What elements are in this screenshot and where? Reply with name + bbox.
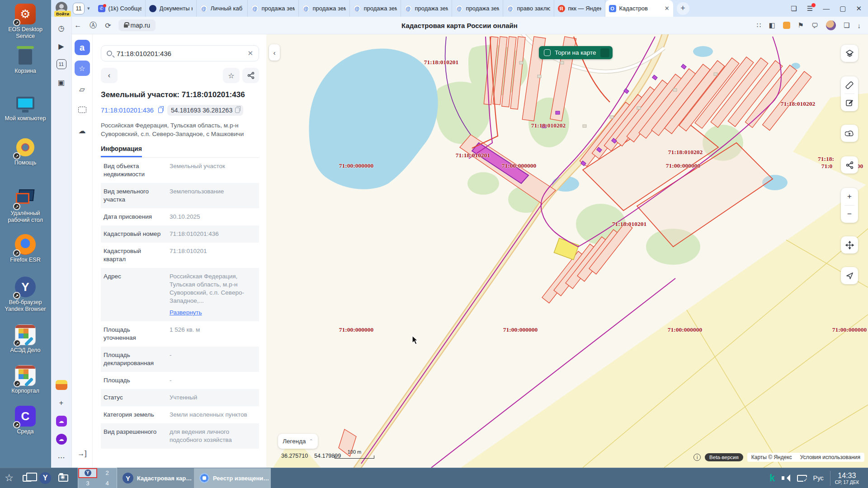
share-button[interactable] [242,68,259,83]
zoom-out-button[interactable]: − [841,206,858,223]
displays-icon[interactable] [797,475,807,482]
tab-personal-cabinet[interactable]: @Личный каб [197,0,248,17]
desktop-icon-firefox[interactable]: ↗ Firefox ESR [0,234,51,263]
workspace-1[interactable]: Y [78,468,97,478]
taskbar-start-icon[interactable]: ☆ [0,468,18,488]
desktop-icon-korportal[interactable]: ↗ Корпортал [0,365,51,394]
desktop-icon-rdp[interactable]: ↗ Удалённый рабочий стол [0,188,51,224]
select-area-icon[interactable] [75,102,90,117]
taskbar-folder-icon[interactable] [54,468,72,488]
torgi-toggle-button[interactable]: Торги на карте [539,46,613,59]
tab-right-conclude[interactable]: @право заклю [503,0,554,17]
mail-icon[interactable] [55,378,68,392]
collections-icon[interactable]: ❏ [844,21,849,29]
language-indicator[interactable]: Рус [813,474,824,482]
info-icon[interactable]: i [693,454,701,461]
taskbar-yandex-icon[interactable]: Y [36,468,54,488]
maximize-button[interactable]: ▢ [840,5,846,13]
tab-counter[interactable]: 11 ▾ [73,3,92,14]
video-icon[interactable]: ▶ [55,39,68,53]
measure-icon[interactable]: ▱ [75,81,90,97]
highlighted-parcel[interactable] [554,238,579,260]
tabs-tile[interactable]: 11 [55,57,68,71]
desktop-icon-eos[interactable]: ⚙↗ EOS Desktop Service [0,4,51,40]
clear-search-icon[interactable]: ✕ [247,49,253,57]
desktop-icon-sreda[interactable]: С↗ Среда [0,406,51,435]
desktop-icon-my-computer[interactable]: Мой компьютер [0,93,51,122]
terms-link[interactable]: Условия использования [800,454,860,460]
add-icon[interactable]: + [55,396,68,410]
search-box[interactable]: ✕ [101,45,259,61]
map-canvas[interactable]: 71:18:010201 71:18:010202 71:18:010201 7… [266,34,868,468]
browser-menu-icon[interactable]: ☰ [807,5,813,13]
tab-land-sale-5[interactable]: @продажа зем [452,0,503,17]
address-chip[interactable]: map.ru [118,19,156,31]
map-share-button[interactable] [841,156,858,174]
services-grid-icon[interactable]: ∷ [757,21,761,29]
tab-cadastral-map[interactable]: OКадастров✕ [605,0,673,17]
kaspersky-icon[interactable]: k [769,472,775,484]
mapru-logo[interactable]: a [75,40,90,55]
close-window-button[interactable]: ✕ [856,5,862,13]
task-window-registry[interactable]: Реестр извещени… [194,468,271,488]
chat-icon[interactable]: 🗩 [811,22,818,29]
split-view-icon[interactable]: ◧ [769,21,775,29]
locate-button[interactable] [841,267,858,284]
collapse-panel-button[interactable]: ‹ [269,44,280,61]
desktop-icon-help[interactable]: ↗ Помощь [0,137,51,166]
cloud-app-icon[interactable]: ☁ [55,432,68,446]
workspace-4[interactable]: 4 [98,479,117,488]
workspace-3[interactable]: 3 [78,479,97,488]
workspace-2[interactable]: 2 [98,468,117,478]
new-tab-button[interactable]: + [677,2,689,15]
desktop-icon-delo[interactable]: ↗ АСЭД Дело [0,324,51,354]
tab-land-sale-3[interactable]: @продажа зем [350,0,401,17]
collapse-rail-icon[interactable]: →] [75,446,90,461]
disk-icon[interactable]: ☁ [55,414,68,428]
download-icon[interactable]: ↓ [858,22,861,29]
tab-land-sale-2[interactable]: @продажа зем [299,0,350,17]
minimize-button[interactable]: — [823,5,830,12]
desktop-icon-yandex-browser[interactable]: Y↗ Веб-браузер Yandex Browser [0,277,51,313]
profile-button[interactable]: Войти [56,2,69,15]
tab-messages[interactable]: ✆(1k) Сообще [94,0,146,17]
user-avatar[interactable] [826,20,836,30]
pan-button[interactable] [841,236,858,253]
tab-pkk-yandex[interactable]: Япкк — Яндек [554,0,605,17]
desktop-icon-trash[interactable]: Корзина [0,45,51,75]
bookmark-flag-icon[interactable]: ⚑ [798,21,804,29]
expand-link[interactable]: Развернуть [170,309,202,317]
taskbar-windows-icon[interactable] [18,468,36,488]
ruler-button[interactable] [841,76,858,94]
favorites-icon[interactable]: ☆ [75,61,90,76]
tab-information[interactable]: Информация [101,145,142,157]
copy-icon[interactable] [158,108,163,113]
zoom-in-button[interactable]: + [841,188,858,205]
history-icon[interactable]: ◷ [55,21,68,35]
copy-icon[interactable] [235,108,240,113]
tab-panels-icon[interactable]: ❏ [791,5,797,13]
tab-documents[interactable]: Документы н [146,0,197,17]
coords-chip[interactable]: 54.181693 36.281263 [167,105,243,116]
checkbox-icon[interactable] [544,49,551,56]
close-tab-icon[interactable]: ✕ [663,5,670,12]
screenshot-icon[interactable]: ▣ [55,75,68,89]
upload-button[interactable] [841,125,858,142]
tab-land-sale-1[interactable]: @продажа зем [248,0,299,17]
search-input[interactable] [117,50,243,57]
task-window-cadastral-map[interactable]: Y Кадастровая кар… [117,468,194,488]
volume-icon[interactable] [782,474,791,482]
reload-icon[interactable]: ⟳ [105,21,111,30]
more-icon[interactable]: ⋯ [55,450,68,464]
cadastral-number-link[interactable]: 71:18:010201:436 [101,107,154,114]
legend-button[interactable]: Легенда ⌃ [278,434,318,449]
yandex-home-icon[interactable]: Ⓐ [90,21,97,30]
edit-button[interactable] [841,94,858,111]
gift-icon[interactable] [783,22,790,29]
layers-button[interactable] [841,45,858,62]
back-button[interactable]: ‹ [101,68,118,83]
cloud-icon[interactable]: ☁ [75,123,90,138]
clock[interactable]: 14:33 СР, 17 ДЕК [830,471,863,486]
back-icon[interactable]: ← [74,21,81,29]
star-button[interactable]: ☆ [223,68,240,83]
